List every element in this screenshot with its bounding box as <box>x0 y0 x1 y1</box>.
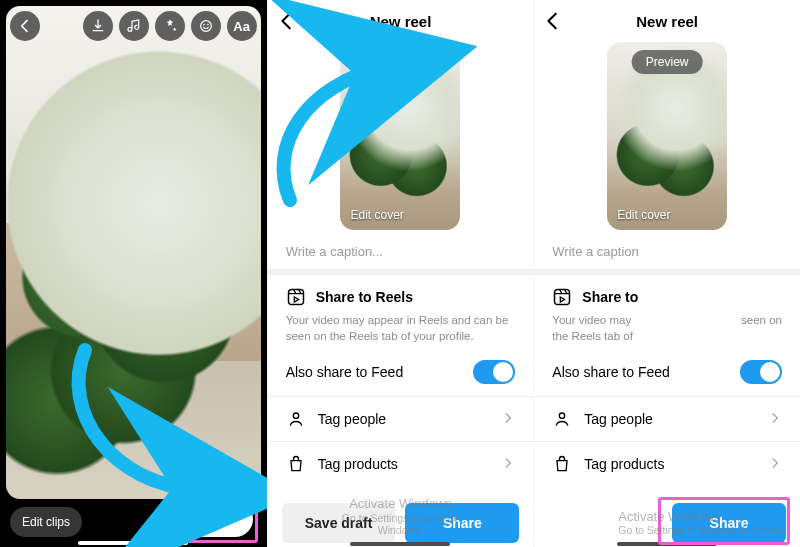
edit-clips-button[interactable]: Edit clips <box>10 507 82 537</box>
next-button-label: Next <box>189 511 219 527</box>
also-share-toggle[interactable] <box>473 360 515 384</box>
back-button[interactable] <box>276 10 298 36</box>
bottom-buttons: Share <box>534 493 800 547</box>
video-preview-area <box>6 6 261 499</box>
edit-cover-button[interactable]: Edit cover <box>350 208 403 222</box>
share-section-title: Share to <box>582 289 638 305</box>
tag-people-label: Tag people <box>584 411 653 427</box>
tag-products-label: Tag products <box>584 456 664 472</box>
cover-thumbnail[interactable]: Preview Edit cover <box>607 42 727 230</box>
header: New reel <box>534 2 800 40</box>
svg-rect-5 <box>555 290 570 305</box>
chevron-right-icon <box>501 456 515 473</box>
next-button[interactable]: Next <box>171 501 252 537</box>
preview-button[interactable]: Preview <box>365 50 436 74</box>
page-title: New reel <box>636 13 698 30</box>
share-to-reels-section: Share to Reels Your video may appear in … <box>268 275 534 348</box>
effects-icon[interactable] <box>155 11 185 41</box>
chevron-right-icon <box>223 512 237 526</box>
tag-products-label: Tag products <box>318 456 398 472</box>
also-share-feed-row: Also share to Feed <box>268 348 534 396</box>
cover-thumbnail[interactable]: Preview Edit cover <box>340 42 460 230</box>
tag-people-row[interactable]: Tag people <box>268 396 534 441</box>
also-share-feed-row: Also share to Feed <box>534 348 800 396</box>
also-share-label: Also share to Feed <box>552 364 670 380</box>
home-indicator <box>350 542 450 546</box>
tag-people-label: Tag people <box>318 411 387 427</box>
person-icon <box>552 409 572 429</box>
bag-icon <box>552 454 572 474</box>
share-to-section: Share to Your video mayseen on the Reels… <box>534 275 800 348</box>
svg-point-4 <box>293 413 298 418</box>
reels-icon <box>552 287 572 307</box>
back-icon[interactable] <box>10 11 40 41</box>
share-section-desc-2: the Reels tab of <box>552 329 782 345</box>
svg-point-0 <box>200 21 211 32</box>
header: New reel <box>268 2 534 40</box>
tag-products-row[interactable]: Tag products <box>268 441 534 486</box>
home-indicator <box>78 541 188 545</box>
share-button[interactable]: Share <box>672 503 786 543</box>
chevron-right-icon <box>768 456 782 473</box>
tag-products-row[interactable]: Tag products <box>534 441 800 486</box>
page-title: New reel <box>370 13 432 30</box>
screen-new-reel-a: New reel Preview Edit cover Write a capt… <box>267 0 534 547</box>
tag-people-row[interactable]: Tag people <box>534 396 800 441</box>
bag-icon <box>286 454 306 474</box>
svg-rect-3 <box>288 290 303 305</box>
share-button[interactable]: Share <box>405 503 519 543</box>
also-share-label: Also share to Feed <box>286 364 404 380</box>
caption-input[interactable]: Write a caption <box>534 230 800 269</box>
share-section-title: Share to Reels <box>316 289 413 305</box>
share-section-desc: Your video mayseen on <box>552 313 782 329</box>
svg-point-1 <box>203 24 205 26</box>
stickers-icon[interactable] <box>191 11 221 41</box>
editor-toolbar: Aa <box>10 8 257 44</box>
chevron-right-icon <box>768 411 782 428</box>
caption-input[interactable]: Write a caption... <box>268 230 534 269</box>
save-draft-button[interactable]: Save draft <box>282 503 396 543</box>
share-section-desc: Your video may appear in Reels and can b… <box>286 313 516 344</box>
screen-edit: Aa Edit clips Next <box>0 0 267 547</box>
chevron-right-icon <box>501 411 515 428</box>
also-share-toggle[interactable] <box>740 360 782 384</box>
screen-new-reel-b: New reel Preview Edit cover Write a capt… <box>533 0 800 547</box>
home-indicator <box>617 542 717 546</box>
edit-cover-button[interactable]: Edit cover <box>617 208 670 222</box>
svg-point-2 <box>207 24 209 26</box>
svg-point-6 <box>560 413 565 418</box>
preview-button[interactable]: Preview <box>632 50 703 74</box>
music-icon[interactable] <box>119 11 149 41</box>
text-icon[interactable]: Aa <box>227 11 257 41</box>
person-icon <box>286 409 306 429</box>
reels-icon <box>286 287 306 307</box>
back-button[interactable] <box>542 10 564 36</box>
download-icon[interactable] <box>83 11 113 41</box>
bottom-buttons: Save draft Share <box>268 493 534 547</box>
